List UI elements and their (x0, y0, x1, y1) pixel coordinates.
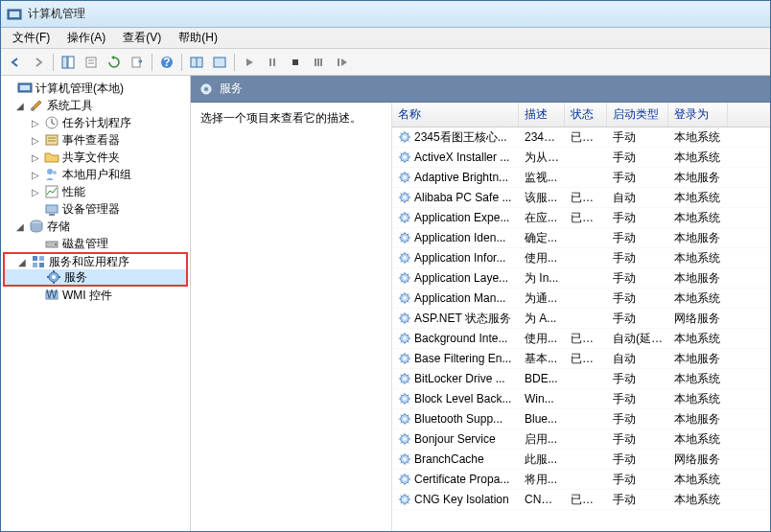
cell-logon: 本地服务 (668, 170, 728, 186)
cell-startup: 手动 (607, 492, 668, 508)
service-row[interactable]: CNG Key IsolationCNG...已启动手动本地系统 (392, 490, 770, 510)
collapse-icon[interactable]: ◢ (14, 221, 26, 232)
tree-eventviewer[interactable]: ▷ 事件查看器 (3, 131, 188, 149)
svg-rect-24 (46, 135, 58, 145)
service-row[interactable]: Application Infor...使用...手动本地系统 (392, 248, 770, 268)
cell-name: ActiveX Installer ... (392, 150, 519, 164)
service-row[interactable]: 2345看图王核心...2345...已启动手动本地系统 (392, 127, 770, 148)
tree-sharedfolders[interactable]: ▷ 共享文件夹 (3, 149, 188, 166)
start-service-button[interactable] (239, 52, 260, 73)
expand-icon[interactable]: ▷ (30, 187, 41, 197)
gear-icon (398, 191, 411, 204)
toolbar: ? (1, 49, 770, 76)
cell-desc: Win... (519, 392, 565, 405)
menu-file[interactable]: 文件(F) (5, 28, 58, 48)
gear-icon (398, 352, 411, 365)
cell-status: 已启动 (565, 492, 607, 508)
svg-rect-16 (315, 58, 316, 66)
cell-desc: Blue... (519, 412, 565, 426)
cell-desc: CNG... (519, 493, 565, 506)
gear-icon (398, 231, 411, 244)
service-row[interactable]: Background Inte...使用...已启动自动(延迟...本地系统 (392, 329, 770, 349)
back-button[interactable] (5, 52, 26, 73)
service-row[interactable]: Application Expe...在应...已启动手动本地系统 (392, 208, 770, 228)
service-row[interactable]: Alibaba PC Safe ...该服...已启动自动本地系统 (392, 188, 770, 208)
tree-performance[interactable]: ▷ 性能 (3, 183, 188, 200)
cell-status: 已启动 (565, 190, 607, 206)
svg-point-48 (403, 155, 407, 159)
help-button[interactable]: ? (156, 52, 177, 73)
stop-service-button[interactable] (285, 52, 306, 73)
svg-point-80 (403, 477, 407, 481)
expand-icon[interactable]: ▷ (30, 118, 41, 128)
cell-desc: 为通... (519, 290, 565, 307)
tree-services[interactable]: 服务 (3, 269, 188, 287)
tree-diskmgmt[interactable]: 磁盘管理 (3, 235, 188, 252)
cell-name: Block Level Back... (392, 392, 519, 405)
forward-button[interactable] (28, 52, 49, 73)
tree-systools[interactable]: ◢ 系统工具 (3, 97, 188, 114)
service-row[interactable]: Base Filtering En...基本...已启动自动本地服务 (392, 349, 770, 369)
export-button[interactable] (127, 52, 148, 73)
col-logon[interactable]: 登录为 (668, 103, 728, 127)
service-row[interactable]: ASP.NET 状态服务为 A...手动网络服务 (392, 309, 770, 329)
svg-point-74 (403, 417, 407, 421)
service-row[interactable]: ActiveX Installer ...为从 ...手动本地系统 (392, 148, 770, 168)
service-row[interactable]: Bluetooth Supp...Blue...手动本地服务 (392, 409, 770, 429)
titlebar: 计算机管理 (1, 1, 770, 28)
resume-service-button[interactable] (331, 52, 352, 73)
services-list[interactable]: 名称 描述 状态 启动类型 登录为 2345看图王核心...2345...已启动… (392, 103, 770, 531)
gear-icon (398, 171, 411, 184)
tree-wmi[interactable]: W WMI 控件 (3, 287, 188, 304)
svg-point-76 (403, 437, 407, 441)
cell-startup: 自动 (607, 190, 668, 206)
show-hide-tree-button[interactable] (58, 52, 79, 73)
cell-startup: 手动 (607, 411, 668, 428)
col-name[interactable]: 名称 (392, 103, 519, 127)
standard-view-button[interactable] (209, 52, 230, 73)
service-row[interactable]: BitLocker Drive ...BDE...手动本地系统 (392, 369, 770, 389)
service-row[interactable]: Bonjour Service启用...手动本地系统 (392, 429, 770, 450)
cell-desc: BDE... (519, 372, 565, 385)
expand-icon[interactable]: ▷ (30, 135, 41, 146)
tree-devicemgr[interactable]: 设备管理器 (3, 200, 188, 218)
col-desc[interactable]: 描述 (519, 103, 565, 127)
col-startup[interactable]: 启动类型 (607, 103, 668, 127)
cell-desc: 将用... (519, 472, 565, 488)
gear-icon (398, 251, 411, 265)
svg-rect-19 (338, 58, 339, 66)
collapse-icon[interactable]: ◢ (14, 101, 26, 111)
cell-logon: 本地服务 (668, 351, 728, 367)
properties-button[interactable] (81, 52, 102, 73)
tree-panel[interactable]: 计算机管理(本地) ◢ 系统工具 ▷ 任务计划程序 ▷ 事件查看器 ▷ 共享文件… (1, 76, 191, 531)
folder-share-icon (44, 150, 59, 165)
cell-logon: 本地服务 (668, 230, 728, 246)
cell-desc: 为从 ... (519, 150, 565, 166)
service-row[interactable]: Application Laye...为 In...手动本地服务 (392, 268, 770, 289)
service-row[interactable]: Application Man...为通...手动本地系统 (392, 289, 770, 309)
tree-storage[interactable]: ◢ 存储 (3, 218, 188, 235)
tree-localusers[interactable]: ▷ 本地用户和组 (3, 166, 188, 183)
svg-rect-30 (46, 205, 58, 213)
menu-help[interactable]: 帮助(H) (171, 28, 225, 48)
collapse-icon[interactable]: ◢ (16, 257, 28, 267)
service-row[interactable]: BranchCache此服...手动网络服务 (392, 450, 770, 470)
menu-view[interactable]: 查看(V) (115, 28, 169, 48)
pause-service-button[interactable] (262, 52, 283, 73)
restart-service-button[interactable] (308, 52, 329, 73)
tree-tasksched[interactable]: ▷ 任务计划程序 (3, 114, 188, 131)
service-row[interactable]: Certificate Propa...将用...手动本地系统 (392, 470, 770, 490)
expand-icon[interactable]: ▷ (30, 152, 41, 163)
extended-view-button[interactable] (186, 52, 207, 73)
service-row[interactable]: Adaptive Brightn...监视...手动本地服务 (392, 168, 770, 188)
cell-logon: 本地系统 (668, 371, 728, 387)
service-row[interactable]: Block Level Back...Win...手动本地系统 (392, 389, 770, 409)
service-row[interactable]: Application Iden...确定...手动本地服务 (392, 228, 770, 248)
refresh-button[interactable] (104, 52, 125, 73)
tree-root[interactable]: 计算机管理(本地) (3, 80, 188, 97)
tree-svcapps[interactable]: ◢ 服务和应用程序 (3, 252, 188, 269)
col-status[interactable]: 状态 (565, 103, 607, 127)
panel-header: 服务 (191, 76, 770, 103)
menu-action[interactable]: 操作(A) (59, 28, 113, 48)
expand-icon[interactable]: ▷ (30, 170, 41, 180)
